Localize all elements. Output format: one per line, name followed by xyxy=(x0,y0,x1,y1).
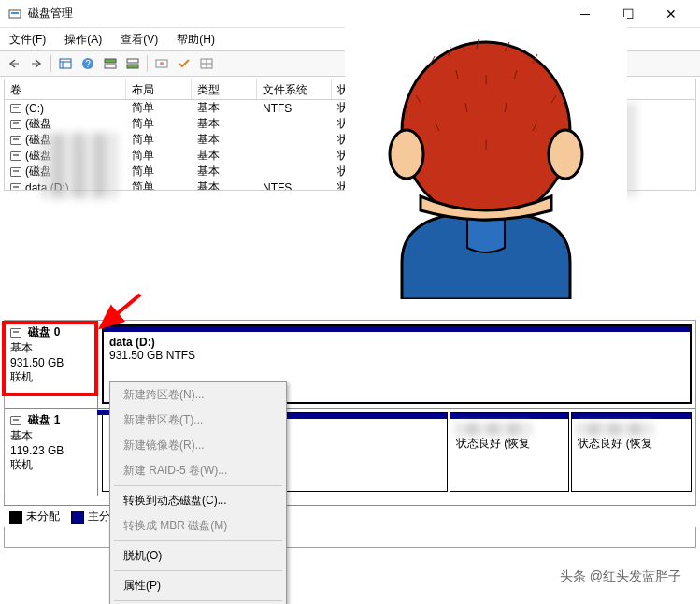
legend-unallocated: 未分配 xyxy=(26,510,60,523)
menu-offline[interactable]: 脱机(O) xyxy=(110,543,286,568)
disk1-name: 磁盘 1 xyxy=(28,413,60,426)
disk-row-1[interactable]: 磁盘 1 基本 119.23 GB 联机 40 GB NTFS 良好 (启动, … xyxy=(5,409,695,496)
disk0-type: 基本 xyxy=(10,341,33,354)
legend: 未分配 主分区 xyxy=(4,505,696,527)
refresh-button[interactable] xyxy=(151,53,172,74)
col-volume[interactable]: 卷 xyxy=(5,79,126,99)
disk1-size: 119.23 GB xyxy=(10,444,64,457)
disk1-partition-recovery1[interactable]: 状态良好 (恢复 xyxy=(450,412,570,492)
watermark: 头条 @红头发蓝胖子 xyxy=(560,568,681,585)
grid-button[interactable] xyxy=(196,53,217,74)
app-icon xyxy=(7,7,22,22)
menu-properties[interactable]: 属性(P) xyxy=(110,573,286,598)
disk0-status: 联机 xyxy=(10,370,33,383)
disk0-size: 931.50 GB xyxy=(10,356,64,369)
disk1-label[interactable]: 磁盘 1 基本 119.23 GB 联机 xyxy=(5,409,98,496)
col-type[interactable]: 类型 xyxy=(192,79,257,99)
disk-row-0[interactable]: 磁盘 0 基本 931.50 GB 联机 data (D:) 931.50 GB… xyxy=(5,321,695,409)
view-bottom-button[interactable] xyxy=(122,53,143,74)
context-menu: 新建跨区卷(N)... 新建带区卷(T)... 新建镜像卷(R)... 新建 R… xyxy=(109,381,287,604)
svg-text:?: ? xyxy=(85,59,91,69)
view-list-button[interactable] xyxy=(55,53,76,74)
svg-rect-4 xyxy=(60,59,71,68)
menu-new-mirror: 新建镜像卷(R)... xyxy=(110,433,286,458)
svg-point-20 xyxy=(402,42,570,220)
svg-rect-10 xyxy=(105,65,116,68)
partition-info: 931.50 GB NTFS xyxy=(109,349,195,362)
menu-convert-mbr: 转换成 MBR 磁盘(M) xyxy=(110,513,286,539)
svg-rect-1 xyxy=(11,12,19,14)
disk-icon xyxy=(10,416,21,425)
disk1-type: 基本 xyxy=(10,429,33,442)
forward-button[interactable] xyxy=(26,53,47,74)
svg-point-22 xyxy=(549,130,582,179)
col-filesystem[interactable]: 文件系统 xyxy=(257,79,332,99)
menu-new-striped: 新建带区卷(T)... xyxy=(110,408,286,433)
disk-icon xyxy=(10,328,21,338)
cartoon-overlay xyxy=(345,17,627,299)
partition-status: 状态良好 (恢复 xyxy=(578,437,651,450)
partition-status: 状态良好 (恢复 xyxy=(456,437,530,450)
menu-view[interactable]: 查看(V) xyxy=(115,30,164,50)
svg-rect-9 xyxy=(105,59,116,63)
close-button[interactable]: ✕ xyxy=(650,0,693,28)
menu-help[interactable]: 帮助(H) xyxy=(171,30,221,50)
disk0-label[interactable]: 磁盘 0 基本 931.50 GB 联机 xyxy=(5,321,98,408)
view-top-button[interactable] xyxy=(100,53,121,74)
swatch-unallocated xyxy=(9,511,22,524)
menu-new-raid5: 新建 RAID-5 卷(W)... xyxy=(110,458,286,483)
svg-rect-11 xyxy=(127,59,138,63)
check-button[interactable] xyxy=(174,53,194,74)
menu-new-spanned: 新建跨区卷(N)... xyxy=(110,382,286,408)
partition-name: data (D:) xyxy=(109,336,155,349)
svg-rect-12 xyxy=(127,65,138,68)
disk1-partition-recovery2[interactable]: 状态良好 (恢复 xyxy=(571,412,692,492)
menu-file[interactable]: 文件(F) xyxy=(4,30,51,50)
swatch-primary xyxy=(71,511,84,524)
menu-convert-dynamic[interactable]: 转换到动态磁盘(C)... xyxy=(110,488,286,513)
back-button[interactable] xyxy=(4,53,24,74)
disk0-name: 磁盘 0 xyxy=(28,325,60,338)
col-layout[interactable]: 布局 xyxy=(126,79,192,99)
disk1-status: 联机 xyxy=(10,458,33,471)
svg-point-14 xyxy=(160,62,164,65)
menu-action[interactable]: 操作(A) xyxy=(59,30,107,50)
help-button[interactable]: ? xyxy=(78,53,98,74)
svg-point-21 xyxy=(390,130,423,179)
